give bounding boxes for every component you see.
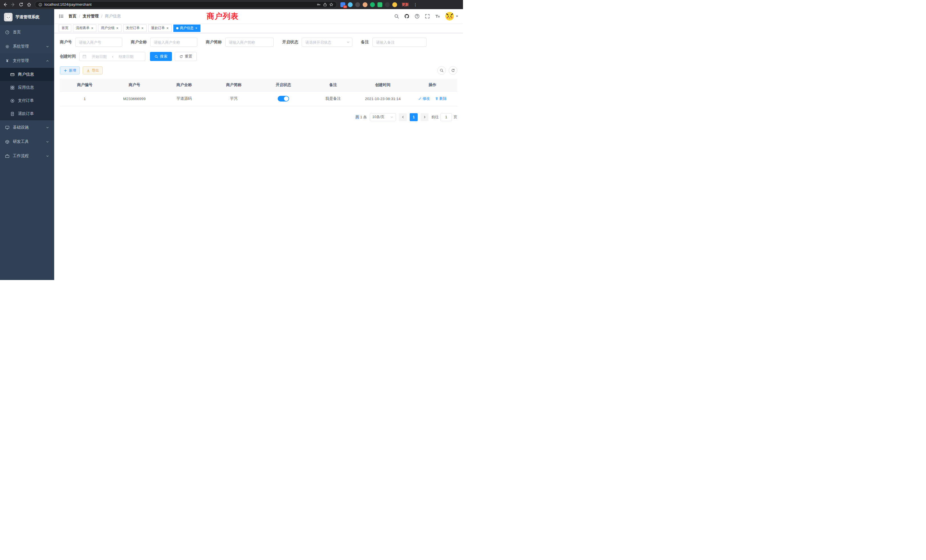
chevron-right-icon: [423, 115, 426, 119]
breadcrumb-payment[interactable]: 支付管理: [83, 14, 98, 19]
tab-process-form[interactable]: 流程表单×: [73, 24, 96, 32]
field-label: 创建时间: [60, 54, 79, 59]
green-square-extension-icon[interactable]: [377, 2, 382, 7]
help-icon[interactable]: [415, 14, 420, 19]
forward-icon[interactable]: [11, 2, 15, 7]
sidebar-item-label: 基础设施: [13, 125, 29, 130]
close-icon[interactable]: ×: [195, 27, 198, 30]
sidebar-item-refund-order[interactable]: 退款订单: [0, 107, 54, 120]
sidebar-item-home[interactable]: 首页: [0, 25, 54, 39]
total-count: 共 1 条: [356, 115, 367, 120]
sidebar-item-label: 应用信息: [18, 85, 34, 90]
date-separator: -: [112, 54, 113, 59]
grid-extension-icon[interactable]: 10: [340, 2, 345, 7]
tab-pay-order[interactable]: 支付订单×: [123, 24, 147, 32]
field-label: 商户号: [60, 39, 75, 45]
sidebar-logo[interactable]: 芋道管理系统: [0, 9, 54, 25]
col-merchant-id: 商户编号: [60, 79, 109, 91]
chrome-menu-kebab-icon[interactable]: ⋮: [413, 2, 418, 7]
avatar-extension-icon[interactable]: [363, 2, 368, 7]
sidebar-item-system[interactable]: 系统管理: [0, 39, 54, 54]
search-button[interactable]: 搜索: [150, 52, 172, 61]
info-icon[interactable]: [38, 3, 42, 6]
export-button[interactable]: 导出: [83, 67, 103, 74]
key-icon[interactable]: [317, 3, 321, 6]
date-start-input[interactable]: [88, 54, 110, 59]
short-name-input[interactable]: [225, 38, 274, 47]
sidebar-item-app-info[interactable]: 应用信息: [0, 81, 54, 94]
full-name-input[interactable]: [150, 38, 197, 47]
filter-full-name: 商户全称: [131, 38, 197, 47]
page-size-select[interactable]: 10条/页: [370, 113, 396, 121]
close-icon[interactable]: ×: [166, 27, 169, 30]
page-number-button[interactable]: 1: [410, 113, 418, 121]
chrome-update-button[interactable]: 更新: [401, 2, 410, 8]
close-icon[interactable]: ×: [91, 27, 94, 30]
font-size-icon[interactable]: [435, 14, 440, 19]
close-icon[interactable]: ×: [116, 27, 119, 30]
top-navbar: 首页 / 支付管理 / 商户信息 商户列表: [54, 9, 463, 23]
breadcrumb-home[interactable]: 首页: [68, 14, 76, 19]
date-end-input[interactable]: [115, 54, 137, 59]
pin-extension-icon[interactable]: [348, 2, 353, 7]
share-icon[interactable]: [323, 3, 327, 6]
tab-refund-order[interactable]: 退款订单×: [148, 24, 172, 32]
tab-home[interactable]: 首页: [59, 24, 71, 32]
app-frame: 芋道管理系统 首页 系统管理 ¥ 支付管理 商户信息 应用信息 支付订单: [0, 9, 463, 280]
col-actions: 操作: [408, 79, 457, 91]
status-select[interactable]: [302, 38, 353, 47]
reload-icon[interactable]: [19, 2, 23, 7]
address-bar[interactable]: localhost:1024/pay/merchant: [35, 1, 337, 8]
col-full-name: 商户全称: [159, 79, 209, 91]
fullscreen-icon[interactable]: [425, 14, 430, 19]
sidebar-fold-icon[interactable]: [59, 14, 64, 19]
remark-input[interactable]: [372, 38, 427, 47]
cell-actions: 修改 删除: [408, 91, 457, 106]
tab-merchant-info[interactable]: 商户信息×: [173, 24, 200, 32]
sidebar-item-payment[interactable]: ¥ 支付管理: [0, 54, 54, 68]
sidebar-item-dev-tools[interactable]: 研发工具: [0, 135, 54, 149]
knot-extension-icon[interactable]: [385, 2, 390, 7]
bookmark-star-icon[interactable]: [329, 3, 333, 6]
sidebar-item-label: 系统管理: [13, 44, 29, 49]
card-icon: [10, 73, 15, 77]
pencil-icon: [418, 97, 422, 100]
date-range-picker[interactable]: -: [79, 52, 145, 61]
goto-page-input[interactable]: [440, 113, 452, 121]
calendar-icon: [82, 54, 86, 59]
edit-link[interactable]: 修改: [418, 96, 430, 101]
chevron-down-icon: [46, 45, 49, 48]
github-icon[interactable]: [404, 14, 409, 19]
briefcase-icon: [5, 154, 9, 158]
next-page-button[interactable]: [421, 113, 428, 121]
sidebar-item-workflow[interactable]: 工作流程: [0, 149, 54, 163]
breadcrumb-separator: /: [79, 14, 80, 18]
status-toggle[interactable]: [278, 96, 289, 101]
tab-user-group[interactable]: 用户分组×: [98, 24, 121, 32]
emoji-profile-icon[interactable]: [392, 2, 397, 7]
dark-extension-icon[interactable]: [355, 2, 360, 7]
cell-full-name: 芋道源码: [159, 91, 209, 106]
user-menu[interactable]: [445, 12, 458, 21]
sidebar-item-label: 首页: [13, 30, 21, 35]
back-icon[interactable]: [3, 2, 8, 7]
sidebar-item-merchant-info[interactable]: 商户信息: [0, 68, 54, 81]
search-icon[interactable]: [394, 14, 399, 19]
green-circle-extension-icon[interactable]: [370, 2, 375, 7]
extension-badge: 10: [343, 5, 347, 8]
close-icon[interactable]: ×: [141, 27, 144, 30]
refresh-table-button[interactable]: [449, 66, 457, 75]
prev-page-button[interactable]: [399, 113, 407, 121]
home-icon[interactable]: [27, 2, 31, 7]
tab-label: 商户信息: [180, 26, 194, 30]
add-button[interactable]: 新增: [60, 67, 80, 74]
cell-status: [259, 91, 308, 106]
merchant-no-input[interactable]: [75, 38, 122, 47]
sidebar-item-pay-order[interactable]: 支付订单: [0, 94, 54, 107]
sidebar-item-infrastructure[interactable]: 基础设施: [0, 120, 54, 135]
cell-merchant-id: 1: [60, 91, 109, 106]
reset-button[interactable]: 重置: [175, 52, 197, 61]
toggle-search-button[interactable]: [437, 66, 446, 75]
filter-remark: 备注: [361, 38, 427, 47]
delete-link[interactable]: 删除: [435, 96, 447, 101]
